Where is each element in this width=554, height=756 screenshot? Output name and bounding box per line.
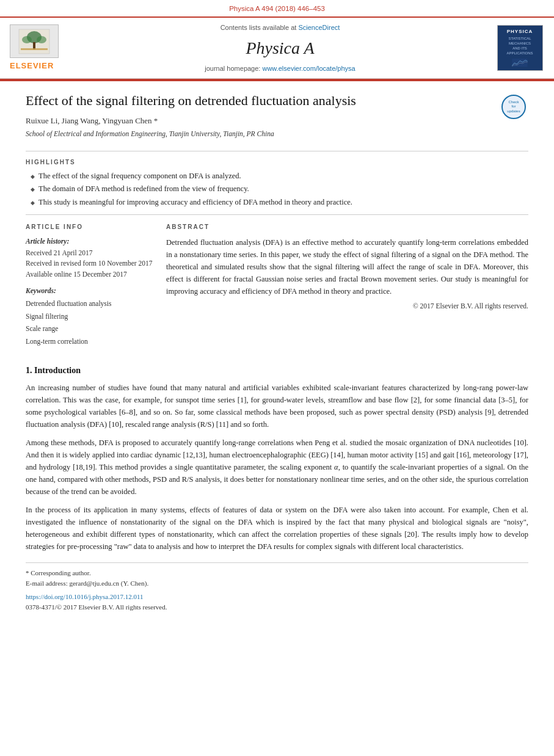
svg-rect-5 (21, 48, 48, 50)
keyword-4: Long-term correlation (26, 335, 154, 348)
title-row: Effect of the signal filtering on detren… (26, 92, 528, 145)
article-info-label: ARTICLE INFO (26, 222, 154, 231)
authors: Ruixue Li, Jiang Wang, Yingyuan Chen * (26, 115, 494, 127)
history-block: Article history: Received 21 April 2017 … (26, 236, 154, 280)
section-1-heading: 1. Introduction (26, 364, 528, 377)
keyword-2: Signal filtering (26, 310, 154, 323)
svg-point-3 (22, 36, 32, 43)
check-updates-badge: Checkforupdates (501, 95, 526, 119)
article-title: Effect of the signal filtering on detren… (26, 92, 494, 110)
copyright-line: © 2017 Elsevier B.V. All rights reserved… (166, 301, 528, 311)
info-abstract-row: ARTICLE INFO Article history: Received 2… (26, 222, 528, 354)
keywords-block: Keywords: Detrended fluctuation analysis… (26, 286, 154, 348)
journal-title: Physica A (71, 35, 489, 61)
intro-para-3: In the process of its application in man… (26, 504, 528, 553)
elsevier-emblem (10, 24, 59, 58)
issn-note: 0378-4371/© 2017 Elsevier B.V. All right… (26, 602, 528, 613)
homepage-url[interactable]: www.elsevier.com/locate/physa (262, 65, 355, 72)
intro-para-1: An increasing number of studies have fou… (26, 382, 528, 431)
elsevier-brand-text: ELSEVIER (10, 60, 54, 72)
highlights-list: ◆ The effect of the signal frequency com… (26, 170, 528, 208)
keywords-list: Detrended fluctuation analysis Signal fi… (26, 297, 154, 348)
svg-rect-6 (512, 59, 527, 67)
article-info-col: ARTICLE INFO Article history: Received 2… (26, 222, 154, 354)
divider-2 (26, 214, 528, 215)
highlights-section: HIGHLIGHTS ◆ The effect of the signal fr… (26, 158, 528, 208)
highlight-item-2: ◆ The domain of DFA method is redefined … (31, 183, 528, 195)
title-left: Effect of the signal filtering on detren… (26, 92, 494, 145)
abstract-col: ABSTRACT Detrended fluctuation analysis … (166, 222, 528, 354)
journal-header: ELSEVIER Contents lists available at Sci… (0, 16, 554, 79)
abstract-label: ABSTRACT (166, 222, 528, 231)
keyword-1: Detrended fluctuation analysis (26, 297, 154, 310)
doi-link[interactable]: https://doi.org/10.1016/j.physa.2017.12.… (26, 592, 528, 602)
corresponding-note: * Corresponding author. (26, 568, 528, 579)
email-note: E-mail address: gerard@tju.edu.cn (Y. Ch… (26, 578, 528, 589)
main-content: Effect of the signal filtering on detren… (0, 81, 554, 623)
received-date: Received 21 April 2017 (26, 248, 154, 258)
highlight-item-1: ◆ The effect of the signal frequency com… (31, 170, 528, 182)
citation-text: Physica A 494 (2018) 446–453 (229, 5, 325, 12)
history-label: Article history: (26, 236, 154, 247)
journal-header-center: Contents lists available at ScienceDirec… (71, 23, 489, 73)
bullet-3: ◆ (31, 199, 35, 208)
highlights-label: HIGHLIGHTS (26, 158, 528, 167)
bullet-2: ◆ (31, 186, 35, 194)
contents-line: Contents lists available at ScienceDirec… (71, 23, 489, 33)
sciencedirect-link[interactable]: ScienceDirect (298, 24, 340, 31)
keyword-3: Scale range (26, 322, 154, 335)
divider-1 (26, 151, 528, 151)
footnote-section: * Corresponding author. E-mail address: … (26, 562, 528, 612)
highlight-item-3: ◆ This study is meaningful for improving… (31, 197, 528, 208)
journal-homepage: journal homepage: www.elsevier.com/locat… (71, 64, 489, 74)
available-date: Available online 15 December 2017 (26, 269, 154, 280)
affiliation: School of Electrical and Information Eng… (26, 129, 494, 139)
physica-cover-thumb: PHYSICA STATISTICAL MECHANICSAND ITS APP… (497, 25, 543, 71)
journal-thumbnail: PHYSICA STATISTICAL MECHANICSAND ITS APP… (495, 25, 544, 71)
keywords-label: Keywords: (26, 286, 154, 296)
citation-bar: Physica A 494 (2018) 446–453 (0, 0, 554, 16)
svg-point-4 (37, 36, 46, 43)
bullet-1: ◆ (31, 173, 35, 181)
elsevier-logo: ELSEVIER (10, 24, 65, 72)
check-for-updates: Checkforupdates (501, 95, 528, 122)
abstract-text: Detrended fluctuation analysis (DFA) is … (166, 236, 528, 297)
revised-date: Received in revised form 10 November 201… (26, 258, 154, 269)
intro-para-2: Among these methods, DFA is proposed to … (26, 437, 528, 498)
